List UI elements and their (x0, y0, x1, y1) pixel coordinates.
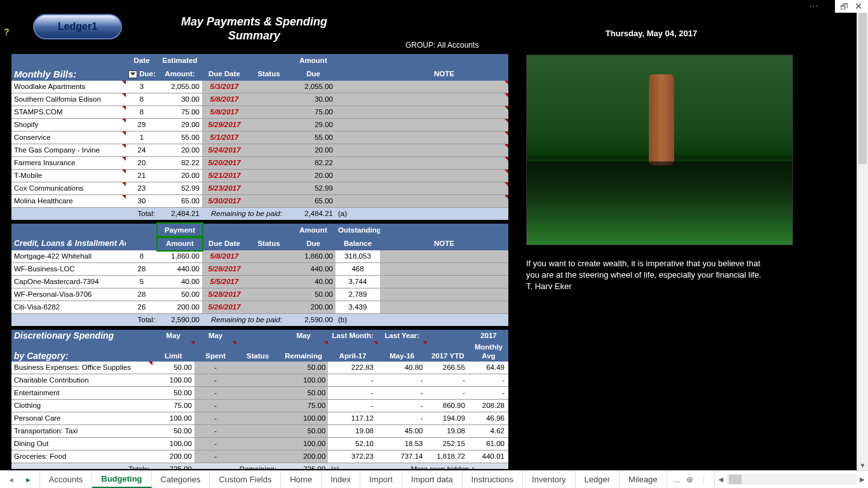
more-tabs-button[interactable]: ... (674, 475, 681, 484)
horizontal-scrollbar[interactable]: ◄ ► (715, 471, 868, 488)
tab-inventory[interactable]: Inventory (523, 471, 575, 488)
col-amount-due: Amount (291, 54, 336, 67)
disc-row[interactable]: Business Expenses: Office Supplies50.00-… (11, 362, 508, 374)
bills-row[interactable]: Shopify2929.005/29/201729.00 (11, 119, 508, 132)
close-window-icon[interactable]: ✕ (855, 1, 863, 12)
bills-row[interactable]: Cox Communications2352.995/23/201752.99 (11, 182, 508, 195)
page-title: May Payments & SpendingSummary (172, 15, 337, 43)
credit-row[interactable]: WF-Business-LOC28440.005/28/2017440.0046… (11, 263, 508, 276)
disc-row[interactable]: Charitable Contribution100.00-100.00---- (11, 374, 508, 387)
credit-row[interactable]: WF-Personal-Visa-97062850.005/28/201750.… (11, 288, 508, 301)
bills-total-label: Total: (126, 208, 158, 220)
sheet-tabs-bar: ◄ ► AccountsBudgetingCategoriesCustom Fi… (0, 470, 868, 488)
new-sheet-button[interactable]: ⊕ (686, 475, 693, 484)
bills-remaining-label: Remaining to be paid: (202, 208, 291, 220)
disc-row[interactable]: Personal Care100.00-100.00117.12-194.094… (11, 412, 508, 425)
restore-window-icon[interactable]: 🗗 (840, 2, 848, 11)
tab-import-data[interactable]: Import data (402, 471, 463, 488)
credit-row[interactable]: CapOne-Mastercard-7394540.005/5/201740.0… (11, 276, 508, 288)
col-credit-status: Status (247, 224, 291, 250)
disc-row[interactable]: Transportation: Taxi50.00-50.0019.0845.0… (11, 425, 508, 438)
credit-row[interactable]: Mortgage-422 Whitehall81,860.005/8/20171… (11, 250, 508, 263)
disc-section-title: Discretionary Spending (11, 330, 153, 341)
disc-remaining-label: Remaining: (236, 463, 278, 470)
tab-custom-fields[interactable]: Custom Fields (210, 471, 281, 488)
filter-date-due[interactable]: Due: (126, 67, 158, 81)
credit-remaining: 2,590.00 (291, 314, 336, 327)
vscroll-thumb[interactable] (858, 11, 867, 164)
disc-totals-label: Totals: (11, 463, 153, 470)
tab-instructions[interactable]: Instructions (463, 471, 523, 488)
tab-import[interactable]: Import (360, 471, 402, 488)
bills-total: 2,484.21 (158, 208, 202, 220)
col-credit-note: NOTE (380, 224, 508, 250)
bills-row[interactable]: T-Mobile2120.005/21/201720.00 (11, 170, 508, 182)
more-rows-hidden[interactable]: More rows hidden ↑ (377, 463, 508, 470)
bills-row[interactable]: Southern California Edison830.005/8/2017… (11, 93, 508, 106)
bills-row[interactable]: The Gas Company - Irvine2420.005/24/2017… (11, 144, 508, 157)
disc-remaining: 725.00 (279, 463, 329, 470)
discretionary-table: Discretionary Spending May May May Last … (11, 330, 508, 469)
col-last-month: April-17 (328, 341, 377, 362)
decorative-image (526, 55, 793, 245)
bills-row[interactable]: Farmers Insurance2082.225/20/201782.22 (11, 157, 508, 170)
col-last-year: May-16 (377, 341, 427, 362)
credit-total-label: Total: (126, 314, 158, 327)
tab-prev-icon[interactable]: ◄ (8, 476, 15, 484)
more-options-icon[interactable]: ⋯ (810, 1, 818, 11)
hscroll-right-icon[interactable]: ► (857, 475, 868, 484)
col-disc-status: Status (236, 341, 278, 362)
tab-categories[interactable]: Categories (152, 471, 210, 488)
col-date-due: Date (126, 54, 158, 67)
tab-accounts[interactable]: Accounts (40, 471, 92, 488)
quote-text: If you want to create wealth, it is impe… (526, 258, 768, 293)
col-may-remaining: Remaining (279, 341, 329, 362)
tab-ledger[interactable]: Ledger (576, 471, 620, 488)
col-may-spent: Spent (194, 341, 236, 362)
col-ytd: 2017 YTD (426, 341, 468, 362)
hscroll-left-icon[interactable]: ◄ (715, 475, 726, 484)
tab-home[interactable]: Home (281, 471, 322, 488)
bills-row[interactable]: Woodlake Apartments32,055.005/3/20172,05… (11, 81, 508, 93)
bills-row[interactable]: Conservice155.005/1/201755.00 (11, 132, 508, 144)
filter-icon[interactable] (128, 71, 137, 78)
col-status: Status (247, 54, 291, 81)
hscroll-thumb[interactable] (729, 475, 742, 484)
bills-section-title: Monthly Bills: (11, 54, 126, 81)
credit-section-title: Credit, Loans & Installment Accounts: (11, 224, 126, 250)
col-outstanding: Outstanding (336, 224, 380, 237)
credit-row[interactable]: Citi-Visa-628226200.005/26/2017200.003,4… (11, 301, 508, 314)
disc-row[interactable]: Groceries: Food200.00-200.00372.23737.14… (11, 451, 508, 463)
tab-nav-arrows[interactable]: ◄ ► (0, 471, 40, 488)
bills-row[interactable]: Molina Healthcare3065.005/30/201765.00 (11, 195, 508, 208)
vertical-scrollbar[interactable]: ▲ ▼ (857, 0, 868, 470)
col-payment-amount[interactable]: Payment (158, 224, 202, 237)
bills-row[interactable]: STAMPS.COM875.005/8/201775.00 (11, 106, 508, 119)
disc-row[interactable]: Clothing75.00-75.00--860.90208.28 (11, 400, 508, 412)
tab-mileage[interactable]: Mileage (620, 471, 667, 488)
help-icon[interactable]: ? (4, 27, 10, 37)
tab-next-icon[interactable]: ► (25, 476, 32, 484)
col-note: NOTE (380, 54, 508, 81)
col-credit-amtdue: Amount (291, 224, 336, 237)
monthly-bills-table: Monthly Bills: Date Estimated Due Date S… (11, 54, 508, 220)
tab-budgeting[interactable]: Budgeting (92, 471, 151, 488)
disc-tag: (c) (328, 463, 377, 470)
col-due-date: Due Date (202, 54, 247, 81)
scroll-down-icon[interactable]: ▼ (857, 462, 868, 469)
disc-row[interactable]: Dining Out100.00-100.0052.1018.53252.156… (11, 438, 508, 451)
group-label: GROUP: All Accounts (405, 41, 478, 50)
credit-loans-table: Credit, Loans & Installment Accounts: Pa… (11, 224, 508, 326)
disc-totals: 725.00 (153, 463, 194, 470)
bills-remaining: 2,484.21 (291, 208, 336, 220)
ledger-badge[interactable]: Ledger1 (33, 14, 122, 39)
disc-row[interactable]: Entertainment50.00-50.00---- (11, 387, 508, 400)
credit-total: 2,590.00 (158, 314, 202, 327)
credit-tag: (b) (336, 314, 380, 327)
col-est-amount: Estimated (158, 54, 202, 67)
credit-remaining-label: Remaining to be paid: (202, 314, 291, 327)
tab-index[interactable]: Index (322, 471, 360, 488)
col-may-limit: Limit (153, 341, 194, 362)
col-credit-duedate: Due Date (202, 224, 247, 250)
bills-tag: (a) (336, 208, 380, 220)
